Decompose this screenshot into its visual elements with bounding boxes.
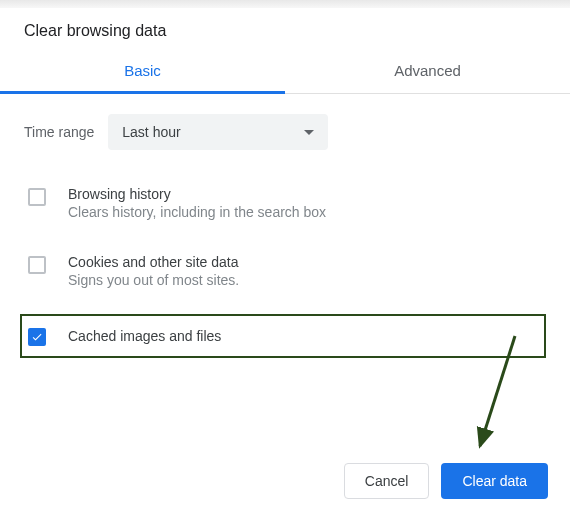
option-cached-highlight-box: Cached images and files	[20, 314, 546, 358]
clear-data-button-label: Clear data	[462, 473, 527, 489]
time-range-label: Time range	[24, 124, 94, 140]
time-range-value: Last hour	[122, 124, 180, 140]
dialog-title: Clear browsing data	[0, 8, 570, 50]
option-browsing-history: Browsing history Clears history, includi…	[24, 178, 546, 228]
time-range-row: Time range Last hour	[24, 114, 546, 150]
cancel-button[interactable]: Cancel	[344, 463, 430, 499]
dialog-content: Time range Last hour Browsing history Cl…	[0, 94, 570, 358]
checkbox-browsing-history[interactable]	[28, 188, 46, 206]
dialog-top-shadow	[0, 0, 570, 8]
option-cookies: Cookies and other site data Signs you ou…	[24, 246, 546, 296]
option-title: Cookies and other site data	[68, 254, 239, 270]
option-text: Cached images and files	[68, 328, 221, 344]
option-text: Browsing history Clears history, includi…	[68, 186, 326, 220]
checkbox-cookies[interactable]	[28, 256, 46, 274]
tab-basic[interactable]: Basic	[0, 50, 285, 93]
option-sub: Signs you out of most sites.	[68, 272, 239, 288]
tab-basic-label: Basic	[124, 62, 161, 79]
option-sub: Clears history, including in the search …	[68, 204, 326, 220]
tab-advanced-label: Advanced	[394, 62, 461, 79]
check-icon	[31, 331, 43, 343]
chevron-down-icon	[304, 130, 314, 135]
time-range-select[interactable]: Last hour	[108, 114, 328, 150]
option-text: Cookies and other site data Signs you ou…	[68, 254, 239, 288]
clear-data-button[interactable]: Clear data	[441, 463, 548, 499]
checkbox-cached[interactable]	[28, 328, 46, 346]
tab-row: Basic Advanced	[0, 50, 570, 94]
tab-advanced[interactable]: Advanced	[285, 50, 570, 93]
dialog-footer: Cancel Clear data	[344, 463, 548, 499]
option-title: Browsing history	[68, 186, 326, 202]
option-title: Cached images and files	[68, 328, 221, 344]
cancel-button-label: Cancel	[365, 473, 409, 489]
